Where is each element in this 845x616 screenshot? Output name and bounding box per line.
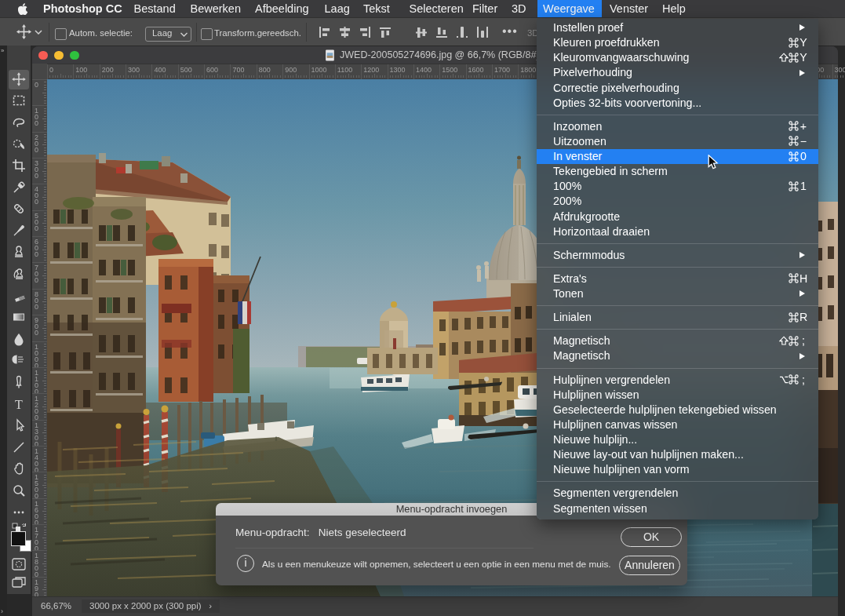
svg-text:T: T [15,397,23,410]
